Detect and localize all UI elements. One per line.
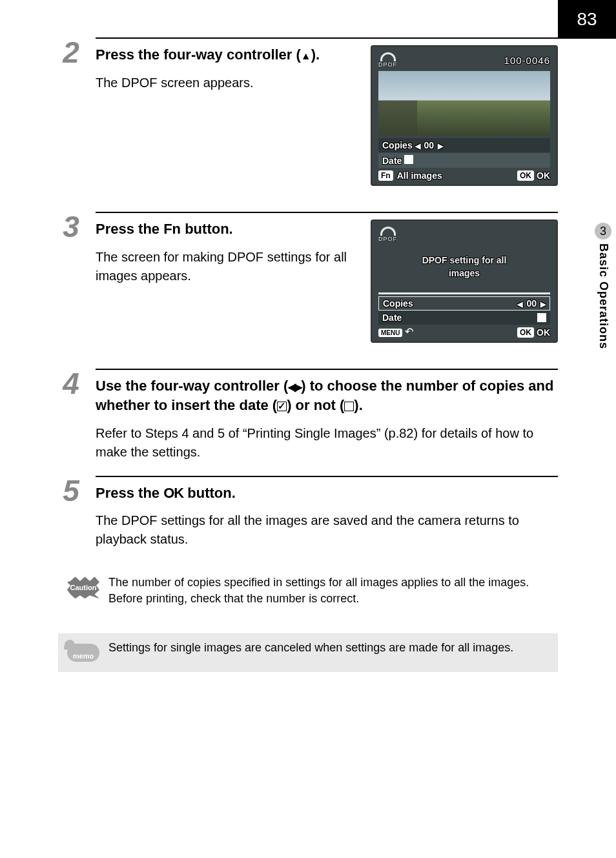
all-images-label: All images [397, 170, 442, 181]
ok-badge: OK [517, 170, 534, 181]
caution-icon: Caution [67, 575, 99, 600]
right-arrow-icon [438, 140, 443, 150]
memo-text: Settings for single images are canceled … [108, 640, 513, 656]
left-arrow-icon [517, 298, 522, 309]
step-4-desc: Refer to Steps 4 and 5 of “Printing Sing… [96, 424, 558, 462]
title-text: Use the four-way controller ( [96, 378, 288, 394]
left-arrow-icon [415, 140, 420, 150]
memo-label: memo [73, 652, 94, 660]
file-number: 100-0046 [504, 55, 550, 66]
checkbox-empty-icon [404, 155, 413, 164]
step-5-desc: The DPOF settings for all the images are… [96, 511, 558, 549]
title-text: Press the four-way controller ( [96, 46, 301, 63]
title-text: Press the [96, 221, 163, 237]
memo-note: memo Settings for single images are canc… [58, 633, 558, 672]
step-2-title: Press the four-way controller (). [96, 45, 358, 65]
copies-value-group: 00 [517, 298, 546, 309]
ok-badge: OK [517, 327, 534, 338]
photo-preview [378, 71, 550, 136]
copies-row: Copies 00 [378, 296, 550, 311]
heading-line1: DPOF setting for all [422, 255, 507, 265]
dpof-icon: DPOF [378, 227, 397, 242]
title-text: ). [354, 397, 362, 413]
step-4: 4 Use the four-way controller () to choo… [58, 369, 558, 461]
step-number: 4 [58, 369, 84, 398]
copies-row: Copies 00 [378, 138, 550, 152]
step-2: 2 Press the four-way controller (). The … [58, 37, 558, 186]
menu-back-group: MENU [378, 328, 418, 337]
dpof-all-heading: DPOF setting for all images [378, 243, 550, 291]
checkbox-empty-icon [537, 313, 546, 322]
title-text: button. [181, 221, 233, 237]
dpof-icon-label: DPOF [378, 61, 397, 68]
heading-line2: images [449, 268, 480, 278]
caution-label: Caution [70, 584, 97, 591]
fn-badge: Fn [378, 170, 393, 181]
step-5: 5 Press the OK button. The DPOF settings… [58, 476, 558, 549]
title-text: ). [311, 46, 320, 63]
step-number: 5 [58, 476, 84, 506]
back-arrow-icon [405, 328, 418, 337]
copies-value-group: 00 [415, 140, 444, 150]
step-3-desc: The screen for making DPOF settings for … [96, 248, 358, 285]
step-number: 2 [58, 37, 84, 67]
fn-all-images-group: Fn All images [378, 170, 442, 181]
date-label: Date [382, 312, 402, 323]
manual-page: 83 3 Basic Operations 2 Press the four-w… [0, 0, 616, 858]
copies-value: 00 [526, 298, 537, 309]
copies-value: 00 [424, 140, 435, 150]
chapter-number-badge: 3 [595, 223, 611, 240]
step-2-desc: The DPOF screen appears. [96, 74, 358, 92]
checkbox-checked-icon [277, 402, 287, 411]
fn-text: Fn [163, 221, 181, 237]
right-arrow-icon [540, 298, 546, 309]
ok-text: OK [163, 485, 183, 501]
chapter-number: 3 [600, 225, 606, 238]
copies-label: Copies [382, 140, 413, 150]
up-arrow-icon [301, 46, 311, 63]
date-row: Date [378, 311, 550, 325]
ok-group: OK OK [517, 327, 550, 338]
ok-group: OK OK [517, 170, 550, 181]
step-3: 3 Press the Fn button. The screen for ma… [58, 212, 558, 343]
dpof-icon-label: DPOF [378, 236, 397, 242]
chapter-title: Basic Operations [597, 243, 610, 349]
title-text: button. [183, 485, 236, 501]
caution-note: Caution The number of copies specified i… [58, 568, 558, 613]
left-right-arrow-icon [288, 378, 301, 394]
memo-icon: memo [67, 640, 99, 666]
page-number: 83 [558, 0, 616, 39]
copies-label: Copies [383, 298, 413, 309]
step-4-title: Use the four-way controller () to choose… [96, 376, 558, 414]
ok-label: OK [537, 170, 550, 181]
date-label: Date [382, 156, 402, 166]
menu-badge: MENU [378, 329, 402, 337]
step-5-title: Press the OK button. [96, 484, 558, 503]
checkbox-empty-icon [344, 402, 354, 411]
lcd-screenshot-dpof-single: DPOF 100-0046 Copies 00 [371, 45, 558, 186]
date-row: Date [378, 153, 550, 168]
page-number-value: 83 [577, 9, 597, 30]
divider [378, 292, 550, 294]
title-text: ) or not ( [287, 397, 344, 413]
step-3-title: Press the Fn button. [96, 220, 358, 239]
dpof-icon: DPOF [378, 52, 397, 68]
side-tab: 3 Basic Operations [590, 223, 616, 349]
lcd-screenshot-dpof-all: DPOF DPOF setting for all images Copies [371, 220, 558, 343]
title-text: Press the [96, 485, 163, 501]
ok-label: OK [537, 327, 550, 338]
caution-text: The number of copies specified in settin… [108, 575, 549, 607]
step-number: 3 [58, 212, 84, 241]
